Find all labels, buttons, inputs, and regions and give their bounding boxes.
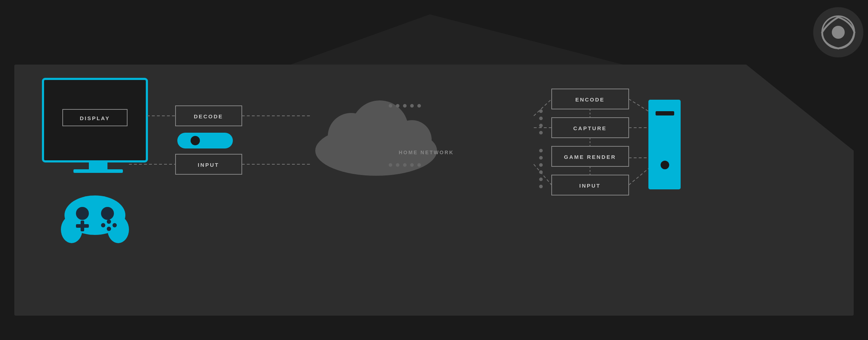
decode-label: DECODE — [194, 113, 223, 119]
input-label-left: INPUT — [198, 162, 219, 168]
svg-rect-23 — [656, 111, 674, 115]
svg-point-41 — [396, 163, 399, 167]
svg-point-33 — [539, 178, 543, 181]
svg-point-34 — [539, 185, 543, 188]
svg-point-35 — [389, 104, 392, 108]
svg-point-10 — [76, 207, 89, 220]
svg-point-44 — [417, 163, 421, 167]
capture-label: CAPTURE — [573, 125, 607, 131]
svg-point-18 — [191, 136, 200, 145]
svg-point-6 — [832, 26, 845, 39]
svg-point-39 — [417, 104, 421, 108]
tv-stand-neck — [89, 161, 107, 170]
svg-point-17 — [107, 227, 111, 231]
svg-rect-13 — [81, 221, 84, 231]
svg-point-15 — [107, 219, 111, 224]
svg-point-37 — [403, 104, 407, 108]
svg-point-27 — [539, 124, 543, 127]
svg-point-36 — [396, 104, 399, 108]
svg-point-25 — [539, 109, 543, 113]
cloud-label: HOME NETWORK — [399, 150, 454, 155]
svg-point-28 — [539, 131, 543, 134]
svg-point-24 — [661, 161, 669, 169]
display-label: DISPLAY — [80, 115, 110, 121]
svg-point-40 — [389, 163, 392, 167]
game-render-label: GAME RENDER — [564, 154, 616, 160]
svg-point-16 — [112, 223, 117, 227]
svg-point-30 — [539, 156, 543, 160]
svg-point-26 — [539, 117, 543, 120]
svg-point-31 — [539, 163, 543, 167]
svg-point-8 — [61, 216, 82, 243]
svg-point-29 — [539, 149, 543, 152]
svg-point-38 — [410, 104, 414, 108]
svg-point-43 — [410, 163, 414, 167]
tv-stand-base — [73, 169, 123, 173]
svg-point-32 — [539, 170, 543, 174]
svg-point-42 — [403, 163, 407, 167]
svg-point-11 — [101, 207, 114, 220]
input-label-right: INPUT — [579, 183, 601, 189]
svg-point-14 — [101, 223, 105, 227]
encode-label: ENCODE — [575, 96, 605, 103]
steam-controller-icon — [177, 133, 233, 148]
